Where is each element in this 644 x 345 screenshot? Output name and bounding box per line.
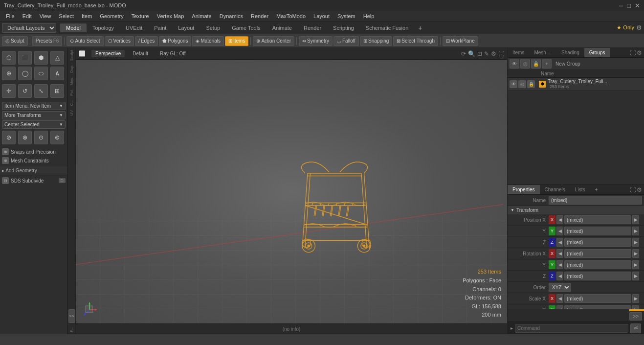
select-through-button[interactable]: ⊠ Select Through bbox=[393, 36, 438, 46]
tab-setup[interactable]: Setup bbox=[200, 23, 226, 32]
sds-subdivide-btn[interactable]: ⊟ SDS Subdivide D bbox=[0, 176, 67, 185]
command-submit-btn[interactable]: ⏎ bbox=[630, 323, 641, 333]
vp-tab-raygl[interactable]: Ray GL: Off bbox=[156, 50, 190, 57]
props-expand-btn[interactable]: >> bbox=[629, 312, 642, 321]
vp-expand-icon[interactable]: ⬜ bbox=[79, 50, 86, 57]
rot-x-decrease[interactable]: ◀ bbox=[556, 249, 563, 258]
pos-z-input[interactable] bbox=[564, 238, 631, 247]
menu-layout[interactable]: Layout bbox=[310, 12, 333, 20]
tab-paint[interactable]: Paint bbox=[148, 23, 172, 32]
action-center-button[interactable]: ⊕ Action Center bbox=[253, 36, 294, 46]
tab-scripting[interactable]: Scripting bbox=[327, 23, 360, 32]
pos-y-decrease[interactable]: ◀ bbox=[556, 227, 563, 235]
vp-fit-icon[interactable]: ⊡ bbox=[477, 50, 482, 57]
pos-z-decrease[interactable]: ◀ bbox=[556, 238, 563, 247]
presets-button[interactable]: Presets F6 bbox=[32, 36, 63, 46]
menu-select[interactable]: Select bbox=[55, 12, 78, 20]
scale-x-increase[interactable]: ▶ bbox=[632, 294, 639, 303]
menu-help[interactable]: Help bbox=[359, 12, 378, 20]
falloff-button[interactable]: ◡ Falloff bbox=[333, 36, 359, 46]
items-toolbar-add[interactable]: + bbox=[542, 59, 552, 69]
scale-x-input[interactable] bbox=[564, 294, 631, 303]
extra-tool-2[interactable]: ⊗ bbox=[18, 131, 32, 144]
rot-z-input[interactable] bbox=[564, 272, 631, 280]
add-geometry-section[interactable]: ▸ Add Geometry bbox=[0, 166, 67, 175]
pos-x-decrease[interactable]: ◀ bbox=[556, 215, 563, 224]
materials-button[interactable]: ◈ Materials bbox=[192, 36, 224, 46]
rot-y-input[interactable] bbox=[564, 260, 631, 269]
vp-settings-icon[interactable]: ⚙ bbox=[491, 50, 496, 57]
rot-x-input[interactable] bbox=[564, 249, 631, 258]
scale-y-decrease[interactable]: ◀ bbox=[556, 305, 563, 309]
menu-maxtomodo[interactable]: MaxToModo bbox=[272, 12, 310, 20]
settings-icon-top[interactable]: ⚙ bbox=[637, 49, 642, 56]
tab-groups[interactable]: Groups bbox=[584, 48, 610, 57]
tab-game-tools[interactable]: Game Tools bbox=[226, 23, 266, 32]
vp-tab-perspective[interactable]: Perspective bbox=[91, 50, 125, 57]
properties-scroll[interactable]: Name ▼ Transform Position X X ◀ ▶ bbox=[508, 195, 644, 309]
menu-edit[interactable]: Edit bbox=[19, 12, 36, 20]
tab-items[interactable]: Items bbox=[508, 48, 529, 57]
list-item[interactable]: 👁 ◎ 🔒 ⬢ Tray_Cutlery_Trolley_Full... 253… bbox=[508, 78, 644, 91]
vertices-button[interactable]: ⬡ Vertices bbox=[105, 36, 134, 46]
cylinder-tool-btn[interactable]: ⬢ bbox=[34, 51, 48, 65]
settings-icon[interactable]: ⚙ bbox=[636, 24, 642, 31]
snapping-button[interactable]: ⊞ Snapping bbox=[360, 36, 392, 46]
props-settings-icon[interactable]: ⚙ bbox=[637, 186, 642, 193]
expand-left-btn[interactable]: >> bbox=[68, 309, 75, 323]
pos-z-increase[interactable]: ▶ bbox=[632, 238, 639, 247]
items-toolbar-render[interactable]: ◎ bbox=[520, 59, 530, 69]
menu-vertex-map[interactable]: Vertex Map bbox=[153, 12, 188, 20]
cone-tool-btn[interactable]: △ bbox=[50, 51, 64, 65]
sculpt-button[interactable]: ◎ Sculpt bbox=[2, 36, 28, 46]
add-tab-props[interactable]: + bbox=[590, 185, 602, 194]
minimize-button[interactable]: ─ bbox=[619, 2, 623, 9]
workplane-button[interactable]: ⊟ WorkPlane bbox=[443, 36, 478, 46]
tab-shading[interactable]: Shading bbox=[556, 48, 584, 57]
vp-tab-default[interactable]: Default bbox=[129, 50, 152, 57]
items-toolbar-lock[interactable]: 🔒 bbox=[531, 59, 541, 69]
extra-tool-3[interactable]: ⊙ bbox=[34, 131, 48, 144]
text-tool-btn[interactable]: A bbox=[50, 67, 64, 80]
capsule-tool-btn[interactable]: ⬭ bbox=[34, 67, 48, 80]
pos-x-input[interactable] bbox=[564, 215, 631, 224]
move-tool-btn[interactable]: ✛ bbox=[2, 84, 16, 98]
items-button[interactable]: ⊞ Items bbox=[225, 36, 248, 46]
auto-select-button[interactable]: ⊙ Auto Select bbox=[67, 36, 103, 46]
tab-model[interactable]: Model bbox=[60, 23, 87, 32]
pos-y-increase[interactable]: ▶ bbox=[632, 227, 639, 235]
polygons-button[interactable]: ⬟ Polygons bbox=[159, 36, 191, 46]
menu-texture[interactable]: Texture bbox=[128, 12, 153, 20]
menu-geometry[interactable]: Geometry bbox=[96, 12, 127, 20]
scale-tool-btn[interactable]: ⤡ bbox=[34, 84, 48, 98]
tab-animate[interactable]: Animate bbox=[266, 23, 298, 32]
viewport-3d[interactable]: 253 Items Polygons : Face Channels: 0 De… bbox=[76, 60, 507, 323]
tab-lists[interactable]: Lists bbox=[570, 185, 590, 194]
menu-file[interactable]: File bbox=[2, 12, 19, 20]
menu-dynamics[interactable]: Dynamics bbox=[216, 12, 247, 20]
rot-z-decrease[interactable]: ◀ bbox=[556, 272, 563, 280]
tab-uvedit[interactable]: UVEdit bbox=[120, 23, 148, 32]
tab-render[interactable]: Render bbox=[298, 23, 327, 32]
vp-rotate-icon[interactable]: ⟳ bbox=[461, 50, 466, 57]
extra-tool-1[interactable]: ⊘ bbox=[2, 131, 16, 144]
snaps-precision-btn[interactable]: ⊕ Snaps and Precision bbox=[0, 147, 67, 156]
menu-render[interactable]: Render bbox=[247, 12, 272, 20]
tab-layout[interactable]: Layout bbox=[172, 23, 200, 32]
menu-view[interactable]: View bbox=[36, 12, 55, 20]
mesh-constraints-btn[interactable]: ⊗ Mesh Constraints bbox=[0, 156, 67, 165]
prop-name-input[interactable] bbox=[549, 196, 642, 205]
rot-z-increase[interactable]: ▶ bbox=[632, 272, 639, 280]
tab-topology[interactable]: Topology bbox=[87, 23, 120, 32]
free-transform-btn[interactable]: ⊞ bbox=[50, 84, 64, 98]
command-input[interactable] bbox=[515, 324, 628, 333]
item-eye-btn[interactable]: 👁 bbox=[510, 80, 517, 88]
disc-tool-btn[interactable]: ◯ bbox=[18, 67, 32, 80]
rotate-tool-btn[interactable]: ↺ bbox=[18, 84, 32, 98]
cube-tool-btn[interactable]: ⬛ bbox=[18, 51, 32, 65]
order-select[interactable]: XYZ XZY YXZ YZX ZXY ZYX bbox=[549, 283, 571, 292]
item-lock-btn[interactable]: 🔒 bbox=[527, 80, 535, 88]
items-toolbar-eye[interactable]: 👁 bbox=[510, 59, 519, 69]
sphere-tool-btn[interactable]: ⬡ bbox=[2, 51, 16, 65]
more-transforms-btn[interactable]: More Transforms ▼ bbox=[2, 111, 66, 119]
